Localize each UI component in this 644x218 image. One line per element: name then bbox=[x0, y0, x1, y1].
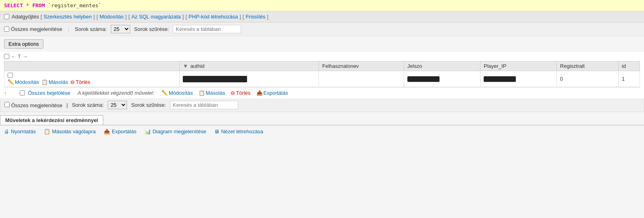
th-id[interactable]: id bbox=[618, 61, 640, 71]
bottom-modify-link[interactable]: ✏️ Módosítás bbox=[162, 90, 193, 96]
copy-icon: 📋 bbox=[41, 79, 48, 85]
bottom-delete-link[interactable]: ⊖ Törlés bbox=[231, 90, 250, 96]
th-authid[interactable]: ▼ authid bbox=[180, 61, 319, 71]
pencil-icon: ✏️ bbox=[8, 79, 14, 85]
row-copy-link[interactable]: 📋 Másolás bbox=[41, 79, 68, 85]
show-all-bottom-checkbox[interactable] bbox=[4, 102, 10, 107]
bottom-export-label: Exportálás bbox=[264, 90, 288, 96]
row-actions: ✏️ Módosítás 📋 Másolás ⊖ Törlés bbox=[8, 79, 176, 85]
row-delete-label: Törlés bbox=[76, 79, 90, 85]
show-all-checkbox[interactable] bbox=[4, 26, 9, 32]
export-link[interactable]: 📤 Exportálás bbox=[104, 128, 136, 134]
export-label: Exportálás bbox=[112, 128, 136, 134]
row-jelszo-cell bbox=[404, 71, 480, 87]
row-felhasznalonev-cell bbox=[319, 71, 404, 87]
clipboard-icon: 📋 bbox=[44, 128, 50, 134]
check-all-row: ↑ Összes bejelölése A kijelöltekkel végz… bbox=[4, 87, 640, 98]
row-modify-link[interactable]: ✏️ Módosítás bbox=[8, 79, 39, 85]
bookmark-label: Adatgyűjtés bbox=[12, 14, 39, 20]
authid-redacted bbox=[183, 76, 247, 82]
th-authid-label: authid bbox=[190, 63, 204, 69]
bookmark-checkbox[interactable] bbox=[4, 14, 9, 19]
rows-label: Sorok száma: bbox=[75, 26, 106, 32]
view-link[interactable]: 🖥 Nézet létrehozása bbox=[214, 128, 263, 134]
delete-icon: ⊖ bbox=[70, 79, 75, 85]
up-arrow-icon: ↑ bbox=[4, 90, 7, 96]
filter-label-bottom: Sorok szűrése: bbox=[131, 102, 166, 108]
th-player-ip[interactable]: Player_IP bbox=[480, 61, 556, 71]
clipboard-label: Másolás vágólapra bbox=[52, 128, 96, 134]
table-container: ← T → ▼ authid Felhasznalonev Jelszo Pla… bbox=[0, 52, 644, 98]
print-icon: 🖨 bbox=[4, 128, 9, 134]
col-shrink-icon[interactable]: ← bbox=[11, 53, 16, 59]
bottom-copy-link[interactable]: 📋 Másolás bbox=[198, 90, 225, 96]
show-all-bottom-label[interactable]: Összes megjelenítése bbox=[4, 102, 63, 108]
th-felhasznalonev-label: Felhasznalonev bbox=[322, 63, 359, 69]
clipboard-link[interactable]: 📋 Másolás vágólapra bbox=[44, 128, 96, 134]
player-ip-redacted bbox=[484, 76, 516, 82]
bottom-pencil-icon: ✏️ bbox=[162, 90, 168, 96]
toolbar-link-php[interactable]: PHP-kód létrehozása bbox=[188, 14, 238, 20]
query-results-section: Műveletek a lekérdezési eredménnyel 🖨 Ny… bbox=[0, 115, 644, 138]
check-all-bottom-link[interactable]: Összes bejelölése bbox=[28, 90, 71, 96]
rows-select-top[interactable]: 25 50 100 250 500 bbox=[111, 25, 130, 33]
bottom-export-icon: 📤 bbox=[256, 90, 263, 96]
rows-select-bottom[interactable]: 25 50 100 250 500 bbox=[108, 101, 127, 109]
rows-label-bottom: Sorok száma: bbox=[72, 102, 104, 108]
chart-icon: 📊 bbox=[145, 128, 151, 134]
row-checkbox-cell: ✏️ Módosítás 📋 Másolás ⊖ Törlés bbox=[4, 71, 180, 87]
export-icon: 📤 bbox=[104, 128, 110, 134]
sort-arrow-icon: ▼ bbox=[183, 63, 188, 69]
query-results-body: 🖨 Nyomtatás 📋 Másolás vágólapra 📤 Export… bbox=[0, 125, 644, 138]
table-header-row: ▼ authid Felhasznalonev Jelszo Player_IP… bbox=[4, 61, 640, 71]
toolbar-link-edit-inline[interactable]: Szerkesztés helyben bbox=[44, 14, 92, 20]
view-label: Nézet létrehozása bbox=[221, 128, 263, 134]
bottom-export-link[interactable]: 📤 Exportálás bbox=[256, 90, 288, 96]
bottom-copy-label: Másolás bbox=[206, 90, 225, 96]
with-selected-label: A kijelöltekkel végzendő művelet: bbox=[78, 90, 154, 96]
toolbar-link-modify[interactable]: Módosítás bbox=[100, 14, 124, 20]
th-id-label: id bbox=[622, 63, 626, 69]
th-regisztralt[interactable]: Regisztralt bbox=[557, 61, 619, 71]
filter-input-top[interactable] bbox=[173, 25, 241, 33]
row-checkbox[interactable] bbox=[8, 73, 13, 78]
toolbar-link-explain[interactable]: Az SQL magyarázata bbox=[131, 14, 181, 20]
extra-btn-row: Extra options bbox=[0, 36, 644, 52]
view-icon: 🖥 bbox=[214, 128, 219, 134]
jelszo-redacted bbox=[407, 76, 440, 82]
sql-keyword-select: SELECT bbox=[4, 2, 23, 8]
row-authid-cell bbox=[180, 71, 319, 87]
filter-label-top: Sorok szűrése: bbox=[134, 26, 169, 32]
row-delete-link[interactable]: ⊖ Törlés bbox=[70, 79, 90, 85]
bottom-copy-icon: 📋 bbox=[198, 90, 205, 96]
th-felhasznalonev[interactable]: Felhasznalonev bbox=[319, 61, 404, 71]
bottom-delete-label: Törlés bbox=[236, 90, 250, 96]
sql-table-name: `register_mentes` bbox=[48, 2, 102, 8]
col-resize-row: ← T → bbox=[4, 52, 640, 61]
toolbar-link-refresh[interactable]: Frissítés bbox=[245, 14, 265, 20]
chart-link[interactable]: 📊 Diagram megjelenítése bbox=[145, 128, 206, 134]
print-label: Nyomtatás bbox=[11, 128, 36, 134]
select-all-checkbox-top[interactable] bbox=[4, 54, 9, 59]
th-jelszo[interactable]: Jelszo bbox=[404, 61, 480, 71]
col-text-icon: T bbox=[18, 53, 21, 59]
sql-bar: SELECT * FROM `register_mentes` bbox=[0, 0, 644, 11]
th-player-ip-label: Player_IP bbox=[484, 63, 506, 69]
data-table: ▼ authid Felhasznalonev Jelszo Player_IP… bbox=[4, 61, 640, 87]
filter-input-bottom[interactable] bbox=[170, 101, 238, 109]
sql-keyword-from: FROM bbox=[32, 2, 45, 8]
show-all-label[interactable]: Összes megjelenítése bbox=[4, 26, 62, 32]
extra-options-button[interactable]: Extra options bbox=[4, 39, 43, 49]
bottom-modify-label: Módosítás bbox=[169, 90, 193, 96]
top-options-row: Összes megjelenítése | Sorok száma: 25 5… bbox=[0, 22, 644, 36]
toolbar-row: Adatgyűjtés [ Szerkesztés helyben ] [ Mó… bbox=[0, 11, 644, 22]
chart-label: Diagram megjelenítése bbox=[153, 128, 206, 134]
table-row: ✏️ Módosítás 📋 Másolás ⊖ Törlés bbox=[4, 71, 640, 87]
query-results-tab[interactable]: Műveletek a lekérdezési eredménnyel bbox=[0, 115, 103, 125]
col-expand-icon[interactable]: → bbox=[22, 53, 28, 59]
print-link[interactable]: 🖨 Nyomtatás bbox=[4, 128, 36, 134]
sql-star: * bbox=[26, 2, 33, 8]
check-all-bottom-checkbox[interactable] bbox=[20, 90, 25, 96]
row-id-cell: 1 bbox=[618, 71, 640, 87]
bottom-delete-icon: ⊖ bbox=[231, 90, 235, 96]
